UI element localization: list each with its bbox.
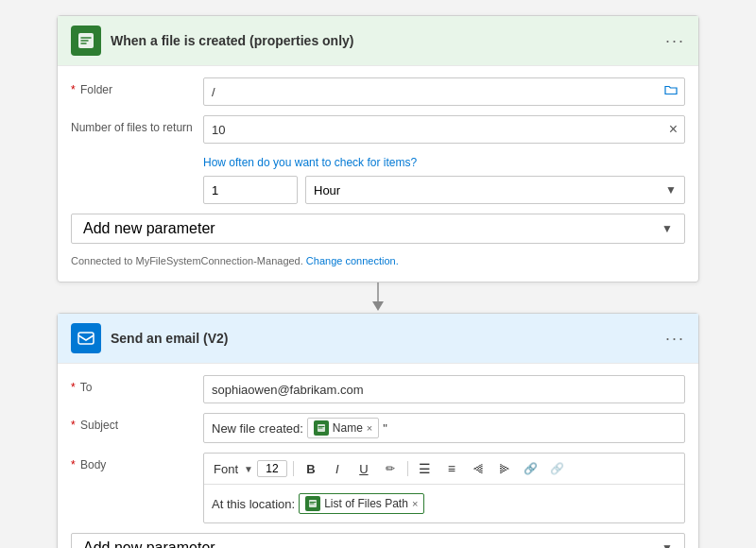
font-chevron-icon: ▼ bbox=[244, 464, 253, 474]
body-row: * Body Font ▼ B I bbox=[71, 453, 685, 523]
folder-input-wrapper bbox=[203, 77, 685, 106]
body-toolbar: Font ▼ B I U ✏ bbox=[204, 454, 684, 485]
trigger-title: When a file is created (properties only) bbox=[111, 33, 656, 48]
subject-token-close-icon[interactable]: × bbox=[367, 422, 372, 434]
folder-row: * Folder bbox=[71, 77, 685, 106]
align-right-icon: ⫸ bbox=[498, 461, 511, 476]
toolbar-divider-1 bbox=[293, 461, 294, 476]
bold-button[interactable]: B bbox=[300, 457, 322, 480]
bullets-unordered-button[interactable]: ☰ bbox=[414, 457, 437, 480]
bullets-ordered-button[interactable]: ≡ bbox=[440, 457, 463, 480]
subject-token-label: Name bbox=[333, 421, 363, 435]
insert-link-button[interactable]: 🔗 bbox=[520, 457, 542, 480]
folder-browse-icon[interactable] bbox=[664, 84, 678, 100]
font-label: Font bbox=[210, 460, 242, 478]
chevron-down-icon: ▼ bbox=[665, 183, 677, 197]
svg-rect-3 bbox=[78, 333, 94, 344]
toolbar-divider-2 bbox=[407, 461, 408, 476]
pen-button[interactable]: ✏ bbox=[379, 457, 402, 480]
action-card-header: Send an email (V2) ··· bbox=[58, 314, 698, 364]
action-menu-button[interactable]: ··· bbox=[665, 329, 685, 349]
to-label: * To bbox=[71, 375, 194, 394]
trigger-add-param-label: Add new parameter bbox=[83, 220, 215, 237]
action-icon bbox=[71, 323, 101, 353]
align-left-button[interactable]: ⫷ bbox=[467, 457, 490, 480]
freq-unit-dropdown[interactable]: Hour ▼ bbox=[305, 176, 685, 204]
body-token-icon bbox=[305, 496, 320, 511]
num-files-clear-icon[interactable]: × bbox=[669, 121, 678, 138]
subject-token-icon bbox=[314, 420, 329, 436]
subject-name-token[interactable]: Name × bbox=[307, 418, 379, 438]
folder-input[interactable] bbox=[203, 77, 685, 106]
font-size-input[interactable] bbox=[257, 460, 287, 477]
num-files-input[interactable] bbox=[203, 115, 685, 144]
pen-icon: ✏ bbox=[386, 462, 395, 475]
to-input[interactable] bbox=[203, 375, 685, 403]
bullets-unordered-icon: ☰ bbox=[419, 461, 431, 476]
num-files-input-wrapper: × bbox=[203, 115, 685, 144]
trigger-card: When a file is created (properties only)… bbox=[57, 15, 699, 283]
body-content[interactable]: At this location: List of Files Path × bbox=[204, 485, 684, 522]
svg-marker-2 bbox=[372, 301, 384, 311]
trigger-menu-button[interactable]: ··· bbox=[665, 31, 685, 51]
trigger-icon bbox=[71, 26, 101, 56]
check-freq-question: How often do you want to check for items… bbox=[203, 153, 685, 170]
align-left-icon: ⫷ bbox=[472, 461, 485, 476]
trigger-card-body: * Folder Number of files to return × bbox=[58, 66, 698, 282]
body-token[interactable]: List of Files Path × bbox=[299, 493, 424, 514]
action-card-body: * To * Subject New file created: bbox=[58, 364, 698, 548]
action-add-param-label: Add new parameter bbox=[83, 539, 215, 548]
bullets-ordered-icon: ≡ bbox=[448, 461, 455, 476]
flow-arrow bbox=[367, 283, 389, 313]
folder-label: * Folder bbox=[71, 77, 194, 96]
num-files-label: Number of files to return bbox=[71, 115, 194, 134]
italic-button[interactable]: I bbox=[326, 457, 349, 480]
to-input-wrapper bbox=[203, 375, 685, 403]
num-files-row: Number of files to return × bbox=[71, 115, 685, 144]
body-label: * Body bbox=[71, 453, 194, 471]
body-token-close-icon[interactable]: × bbox=[412, 498, 418, 509]
link-icon: 🔗 bbox=[524, 462, 538, 475]
remove-link-button[interactable]: 🔗 bbox=[546, 457, 569, 480]
body-field[interactable]: Font ▼ B I U ✏ bbox=[203, 453, 685, 523]
subject-field[interactable]: New file created: Name × " bbox=[203, 413, 685, 443]
freq-number-input[interactable] bbox=[203, 176, 298, 204]
unlink-icon: 🔗 bbox=[550, 462, 564, 475]
font-dropdown[interactable]: Font ▼ bbox=[210, 460, 253, 478]
subject-row: * Subject New file created: Name × " bbox=[71, 413, 685, 443]
subject-suffix-text: " bbox=[383, 421, 387, 436]
subject-prefix-text: New file created: bbox=[212, 421, 303, 436]
to-row: * To bbox=[71, 375, 685, 403]
subject-label: * Subject bbox=[71, 413, 194, 432]
action-card: Send an email (V2) ··· * To * Subject Ne… bbox=[57, 313, 699, 548]
trigger-connection-info: Connected to MyFileSystemConnection-Mana… bbox=[71, 251, 685, 270]
trigger-change-connection-link[interactable]: Change connection. bbox=[306, 255, 399, 266]
trigger-add-param-button[interactable]: Add new parameter ▼ bbox=[71, 214, 685, 244]
action-title: Send an email (V2) bbox=[111, 331, 656, 346]
underline-button[interactable]: U bbox=[352, 457, 375, 480]
action-add-param-button[interactable]: Add new parameter ▼ bbox=[71, 533, 685, 548]
body-prefix-text: At this location: bbox=[212, 497, 295, 511]
trigger-card-header: When a file is created (properties only)… bbox=[58, 16, 698, 66]
trigger-add-param-chevron-icon: ▼ bbox=[662, 222, 673, 235]
align-right-button[interactable]: ⫸ bbox=[493, 457, 516, 480]
check-freq-row: Hour ▼ bbox=[203, 176, 685, 204]
action-add-param-chevron-icon: ▼ bbox=[662, 541, 673, 548]
body-token-label: List of Files Path bbox=[324, 497, 408, 510]
